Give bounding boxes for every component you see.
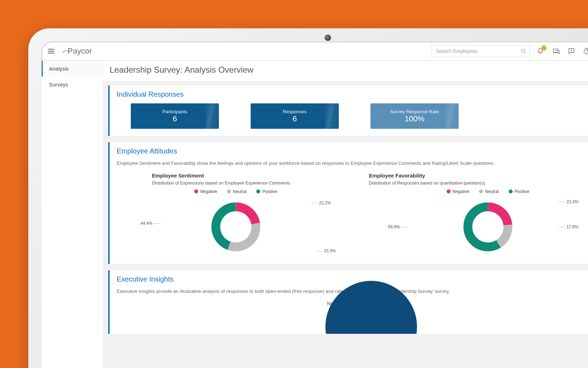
kpi-response-rate[interactable]: Survey Response Rate 100% <box>370 103 459 129</box>
panel-executive-insights: Executive Insights Executive Insights pr… <box>108 270 588 334</box>
menu-button[interactable] <box>45 45 57 57</box>
chart-legend: Negative Neutral Positive <box>117 189 355 194</box>
feedback-button[interactable] <box>566 46 577 56</box>
sidebar-item-label: Surveys <box>49 82 68 88</box>
legend-positive[interactable]: Positive <box>256 189 277 194</box>
kpi-value: 6 <box>293 114 297 123</box>
legend-negative[interactable]: Negative <box>194 189 217 194</box>
messages-button[interactable] <box>551 46 561 56</box>
panel-description: Employee Sentiment and Favorability show… <box>117 160 588 167</box>
chart-employee-sentiment: Employee Sentiment Distribution of Expre… <box>117 173 355 257</box>
legend-neutral[interactable]: Neutral <box>227 189 247 194</box>
panel-heading: Employee Attitudes <box>117 147 588 155</box>
kpi-label: Responses <box>283 109 307 114</box>
topbar: Paycor 3 <box>42 42 588 61</box>
chart-title: Employee Sentiment <box>152 173 355 179</box>
legend-dot-icon <box>227 189 231 193</box>
hamburger-icon <box>47 47 55 55</box>
sidebar-item-surveys[interactable]: Surveys <box>42 77 103 92</box>
svg-point-1 <box>584 48 588 54</box>
tablet-frame: Paycor 3 <box>28 28 588 368</box>
page-title: Leadership Survey: Analysis Overview <box>110 65 253 75</box>
kpi-participants[interactable]: Participants 6 <box>131 103 219 129</box>
kpi-value: 100% <box>405 114 424 123</box>
page-header: Leadership Survey: Analysis Overview <box>103 61 588 81</box>
donut-chart-icon <box>209 200 262 253</box>
help-button[interactable] <box>582 46 588 56</box>
legend-negative[interactable]: Negative <box>447 189 469 194</box>
kpi-value: 6 <box>173 114 177 123</box>
legend-neutral[interactable]: Neutral <box>479 189 499 194</box>
legend-dot-icon <box>509 189 513 193</box>
chart-title: Employee Favorability <box>369 173 588 179</box>
search-box[interactable] <box>431 45 530 57</box>
chart-subtitle: Distribution of Expressions based on Emp… <box>152 181 355 186</box>
search-input[interactable] <box>435 48 521 54</box>
kpi-label: Participants <box>163 109 188 114</box>
slice-label-negative: 23.3% <box>558 199 578 204</box>
panel-individual-responses: Individual Responses Participants 6 Resp… <box>108 85 588 136</box>
panel-employee-attitudes: Employee Attitudes Employee Sentiment an… <box>108 142 588 264</box>
legend-dot-icon <box>479 189 483 193</box>
legend-positive[interactable]: Positive <box>509 189 529 194</box>
brand-name: Paycor <box>68 47 92 56</box>
chart-subtitle: Distribution of Responses based on quant… <box>369 181 588 186</box>
slice-label-negative: 22.2% <box>311 200 331 205</box>
brand-logo: Paycor <box>62 47 92 56</box>
kpi-label: Survey Response Rate <box>390 109 439 114</box>
panel-heading: Individual Responses <box>117 90 588 98</box>
chart-legend: Negative Neutral Positive <box>369 189 588 194</box>
slice-label-positive: 58.9% <box>388 224 408 229</box>
help-icon <box>583 47 588 55</box>
search-icon <box>521 48 526 54</box>
legend-dot-icon <box>256 189 260 193</box>
kpi-row: Participants 6 Responses 6 Survey Respon… <box>117 103 588 129</box>
alert-chat-icon <box>568 47 575 55</box>
sidebar-item-analysis[interactable]: Analysis <box>42 61 103 77</box>
donut-chart-icon <box>461 200 514 253</box>
chart-employee-favorability: Employee Favorability Distribution of Re… <box>369 173 588 257</box>
sidebar-item-label: Analysis <box>49 66 69 72</box>
sidebar: Analysis Surveys <box>42 61 103 368</box>
main-content: Leadership Survey: Analysis Overview Ind… <box>103 61 588 368</box>
slice-label-neutral: 33.3% <box>316 248 336 253</box>
notification-badge: 3 <box>541 46 546 50</box>
notifications-button[interactable]: 3 <box>535 46 546 56</box>
panel-heading: Executive Insights <box>117 275 588 283</box>
kpi-responses[interactable]: Responses 6 <box>251 103 339 129</box>
app-window: Paycor 3 <box>42 42 588 368</box>
legend-dot-icon <box>194 189 198 193</box>
tablet-camera <box>325 35 331 41</box>
slice-label-positive: 44.4% <box>141 221 161 226</box>
chat-icon <box>552 47 560 55</box>
slice-label-neutral: 17.8% <box>558 224 578 229</box>
legend-dot-icon <box>447 189 451 193</box>
